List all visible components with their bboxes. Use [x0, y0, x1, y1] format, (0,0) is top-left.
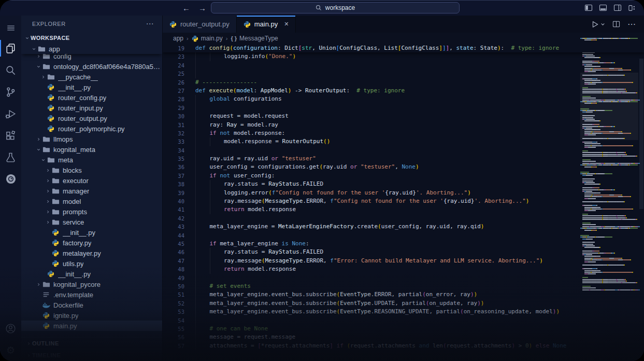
- code-line-26[interactable]: 26# ----------------: [163, 78, 644, 87]
- gutter-line-56[interactable]: 56: [163, 333, 184, 341]
- back-arrow-icon[interactable]: ←: [182, 4, 190, 12]
- code-line-57[interactable]: 57attachments = [*request.attachments] i…: [163, 342, 644, 350]
- tree-folder-manager[interactable]: manager: [21, 186, 162, 196]
- gutter-line-45[interactable]: 45: [163, 240, 184, 248]
- gutter-line-48[interactable]: 48: [163, 265, 184, 273]
- code-line-39[interactable]: 39logging.error(f"Config not found for t…: [163, 189, 644, 197]
- code-line-53[interactable]: 53meta_layer_engine.event_bus.subscribe(…: [163, 308, 644, 316]
- code-line-23[interactable]: 23logging.info("Done."): [163, 52, 644, 61]
- gutter-line-41[interactable]: 41: [163, 205, 184, 214]
- gutter-line-23[interactable]: 23: [163, 52, 184, 61]
- gutter-line-53[interactable]: 53: [163, 308, 184, 316]
- gutter-line-54[interactable]: 54: [163, 316, 184, 325]
- code-line-27[interactable]: 27def execute(model: AppModel) -> Router…: [163, 87, 644, 95]
- tree-file-router-config-py[interactable]: router_config.py: [21, 92, 162, 103]
- code-line-34[interactable]: 34: [163, 146, 644, 155]
- gutter-line-42[interactable]: 42: [163, 214, 184, 223]
- sidebar-item-source-control[interactable]: [0, 81, 21, 103]
- code-line-25[interactable]: 25: [163, 70, 644, 78]
- gutter-line-40[interactable]: 40: [163, 197, 184, 205]
- close-tab-icon[interactable]: ✕: [284, 21, 289, 27]
- tree-folder-llmops[interactable]: llmops: [21, 134, 162, 144]
- code-line-45[interactable]: 45if meta_layer_engine is None:: [163, 240, 644, 248]
- gutter-line-31[interactable]: 31: [163, 121, 184, 129]
- tab-router-output[interactable]: router_output.py: [163, 16, 237, 33]
- code-line-41[interactable]: 41return model.response: [163, 205, 644, 214]
- gutter-line-55[interactable]: 55: [163, 325, 184, 333]
- outline-section[interactable]: OUTLINE: [21, 337, 162, 349]
- gutter-line-49[interactable]: 49: [163, 274, 184, 282]
- more-actions-icon[interactable]: ⋯: [627, 19, 636, 29]
- tree-folder-blocks[interactable]: blocks: [21, 165, 162, 175]
- sidebar-item-search[interactable]: [0, 59, 21, 81]
- editor-scrollbar[interactable]: [638, 33, 644, 361]
- tree-file-utils-py[interactable]: utils.py: [21, 258, 162, 269]
- toggle-primary-sidebar-icon[interactable]: [584, 4, 593, 12]
- breadcrumb-app[interactable]: app: [173, 35, 183, 42]
- breadcrumb-symbol[interactable]: { } MessageType: [231, 35, 278, 42]
- gutter-line-32[interactable]: 32: [163, 129, 184, 137]
- settings-gear-icon[interactable]: ⚙: [0, 339, 21, 361]
- gutter-line-36[interactable]: 36: [163, 163, 184, 171]
- breadcrumb-main-py[interactable]: main.py: [192, 35, 223, 42]
- tree-folder-pycache[interactable]: __pycache__: [21, 72, 162, 82]
- code-line-48[interactable]: 48return model.response: [163, 265, 644, 273]
- minimap[interactable]: [580, 33, 638, 361]
- tree-folder-ontology-dc8f06af066e4a7880a59[interactable]: ontology_dc8f06af066e4a7880a59...: [21, 61, 162, 72]
- tree-file-dockerfile[interactable]: Dockerfile: [21, 300, 162, 310]
- tree-file-init-py[interactable]: __init__.py: [21, 82, 162, 92]
- menu-icon[interactable]: [0, 19, 21, 37]
- code-line-50[interactable]: 50# set events: [163, 282, 644, 290]
- gutter-line-50[interactable]: 50: [163, 282, 184, 290]
- gutter-line-44[interactable]: 44: [163, 231, 184, 240]
- code-line-44[interactable]: 44: [163, 231, 644, 240]
- code-line-35[interactable]: 35ray.uid = ray.uid or "testuser": [163, 155, 644, 163]
- code-line-19[interactable]: 19def config(configuration: Dict[str, Un…: [163, 44, 644, 52]
- command-center-search[interactable]: workspace: [211, 2, 460, 13]
- sidebar-item-testing[interactable]: [0, 146, 21, 168]
- code-line-38[interactable]: 38ray.status = RayStatus.FAILED: [163, 180, 644, 188]
- tree-folder-executor[interactable]: executor: [21, 175, 162, 186]
- forward-arrow-icon[interactable]: →: [198, 4, 206, 12]
- gutter-line-27[interactable]: 27: [163, 87, 184, 95]
- code-line-30[interactable]: 30request = model.request: [163, 112, 644, 120]
- gutter-line-25[interactable]: 25: [163, 70, 184, 78]
- sidebar-item-run-debug[interactable]: [0, 103, 21, 124]
- gutter-line-19[interactable]: 19: [163, 44, 184, 52]
- tree-file-ignite-py[interactable]: ignite.py: [21, 310, 162, 321]
- toggle-secondary-sidebar-icon[interactable]: [613, 4, 622, 12]
- code-line-43[interactable]: 43meta_layer_engine = MetaLayerEngineFac…: [163, 223, 644, 231]
- toggle-panel-icon[interactable]: [599, 4, 607, 12]
- gutter-line-26[interactable]: 26: [163, 78, 184, 87]
- code-line-37[interactable]: 37if not user_config:: [163, 172, 644, 180]
- tree-folder-meta[interactable]: meta: [21, 155, 162, 165]
- gutter-line-43[interactable]: 43: [163, 223, 184, 231]
- code-line-42[interactable]: 42: [163, 214, 644, 223]
- tab-main[interactable]: main.py ✕: [237, 16, 296, 33]
- gutter-line-39[interactable]: 39: [163, 189, 184, 197]
- gutter-line-46[interactable]: 46: [163, 248, 184, 256]
- tree-folder-app[interactable]: app: [21, 44, 162, 54]
- split-editor-icon[interactable]: [612, 20, 620, 28]
- scrollbar-thumb[interactable]: [639, 59, 643, 209]
- explorer-more-actions-icon[interactable]: ⋯: [146, 19, 154, 29]
- gutter-line-51[interactable]: 51: [163, 290, 184, 299]
- gutter-line-52[interactable]: 52: [163, 299, 184, 308]
- code-line-46[interactable]: 46ray.status = RayStatus.FAILED: [163, 248, 644, 256]
- tree-folder-kognital-meta[interactable]: kognital_meta: [21, 144, 162, 155]
- tree-file-router-output-py[interactable]: router_output.py: [21, 113, 162, 123]
- sidebar-item-extensions[interactable]: [0, 124, 21, 146]
- extension-circle-icon[interactable]: [0, 168, 21, 190]
- gutter-line-30[interactable]: 30: [163, 112, 184, 120]
- gutter-line-24[interactable]: 24: [163, 61, 184, 70]
- tree-file-main-py[interactable]: main.py: [21, 321, 162, 331]
- tree-file-factory-py[interactable]: factory.py: [21, 238, 162, 248]
- gutter-line-34[interactable]: 34: [163, 146, 184, 155]
- code-line-51[interactable]: 51meta_layer_engine.event_bus.subscribe(…: [163, 290, 644, 299]
- sticky-scroll-line[interactable]: 19def config(configuration: Dict[str, Un…: [163, 44, 644, 52]
- tree-file-env-template[interactable]: .env.template: [21, 289, 162, 300]
- tree-file-router-input-py[interactable]: router_input.py: [21, 103, 162, 113]
- account-icon[interactable]: [0, 317, 21, 339]
- gutter-line-37[interactable]: 37: [163, 172, 184, 180]
- code-line-56[interactable]: 56message = request.message: [163, 333, 644, 341]
